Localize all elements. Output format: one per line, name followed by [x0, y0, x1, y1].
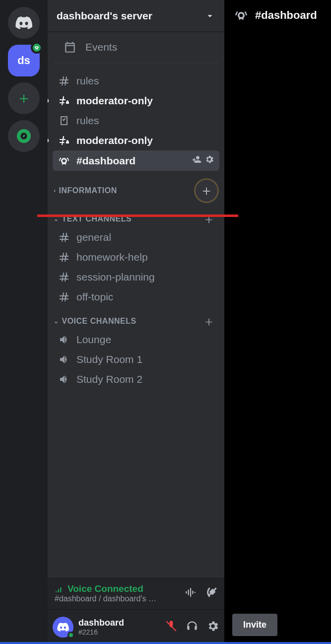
events-row[interactable]: Events [54, 32, 218, 63]
category-label: VOICE CHANNELS [62, 317, 201, 326]
channel-settings-icon[interactable] [204, 154, 214, 167]
rules-icon [58, 115, 70, 127]
voice-panel: Voice Connected #dashboard / dashboard's… [48, 578, 224, 609]
hash-icon [58, 291, 70, 303]
user-name: dashboard [78, 618, 124, 628]
channel-off-topic[interactable]: off-topic [53, 287, 219, 307]
channel-moderator-only[interactable]: moderator-only [53, 131, 219, 150]
annotation-underline [37, 215, 238, 217]
server-initials: ds [17, 54, 30, 67]
stage-icon [234, 8, 248, 22]
server-header[interactable]: dashboard's server [48, 0, 224, 32]
channel-header: #dashboard [224, 0, 331, 31]
server-ds[interactable]: ds [8, 45, 40, 76]
discord-avatar-icon [57, 623, 69, 632]
channel-name: moderator-only [76, 95, 153, 107]
channel-name: session-planning [76, 271, 155, 283]
channel-Lounge[interactable]: Lounge [53, 330, 219, 350]
channel-dashboard[interactable]: #dashboard [53, 150, 219, 171]
channel-sidebar: dashboard's server Events rulesmoderator… [48, 0, 224, 644]
channel-moderator-only[interactable]: moderator-only [53, 91, 219, 111]
channel-name: moderator-only [76, 135, 153, 146]
voice-subtext: #dashboard / dashboard's … [55, 594, 179, 603]
hash-lock-icon [58, 135, 70, 146]
events-label: Events [85, 41, 117, 53]
channel-list: rulesmoderator-onlyrulesmoderator-only#d… [48, 71, 224, 578]
home-button[interactable] [8, 7, 40, 39]
channel-title: #dashboard [255, 9, 317, 22]
user-settings-button[interactable] [206, 620, 219, 635]
channel-name: Lounge [76, 334, 111, 346]
hash-lock-icon [58, 95, 70, 107]
channel-name: rules [76, 75, 99, 87]
disconnect-button[interactable] [205, 586, 218, 601]
main-content: #dashboard Invite [224, 0, 331, 644]
channel-homework-help[interactable]: homework-help [53, 247, 219, 267]
deafen-button[interactable] [186, 620, 199, 635]
explore-servers-button[interactable] [8, 120, 40, 152]
user-info[interactable]: dashboard #2216 [78, 618, 124, 636]
speaker-icon [58, 354, 70, 365]
channel-rules[interactable]: rules [53, 111, 219, 131]
discord-logo-icon [15, 16, 32, 29]
create-channel-button[interactable]: ＋ [203, 316, 214, 327]
create-channel-button[interactable]: ＋ [196, 180, 217, 202]
category-information[interactable]: ›INFORMATION＋ [53, 171, 219, 205]
hash-icon [58, 75, 70, 87]
category-caret-icon: › [54, 187, 56, 194]
server-name: dashboard's server [57, 10, 152, 22]
channel-session-planning[interactable]: session-planning [53, 267, 219, 287]
channel-general[interactable]: general [53, 227, 219, 247]
mute-button[interactable] [165, 620, 178, 635]
invite-people-icon[interactable] [192, 154, 201, 167]
unread-indicator [48, 98, 49, 103]
channel-name: off-topic [76, 291, 113, 303]
channel-name: #dashboard [76, 155, 135, 167]
channel-name: rules [76, 115, 99, 127]
channel-Study-Room-1[interactable]: Study Room 1 [53, 350, 219, 369]
window-bottom-border [0, 642, 331, 644]
channel-name: general [76, 231, 111, 243]
category-caret-icon: ⌄ [54, 318, 59, 325]
category-voice-channels[interactable]: ⌄VOICE CHANNELS＋ [53, 307, 219, 330]
channel-rules[interactable]: rules [53, 71, 219, 91]
stage-icon [58, 155, 70, 167]
channel-Study-Room-2[interactable]: Study Room 2 [53, 369, 219, 389]
hash-icon [58, 271, 70, 283]
compass-icon [17, 129, 31, 143]
speaker-icon [58, 334, 70, 346]
user-tag: #2216 [78, 628, 124, 636]
chevron-down-icon [204, 10, 215, 21]
add-server-button[interactable]: ＋ [8, 82, 40, 114]
channel-name: Study Room 2 [76, 373, 142, 385]
user-avatar[interactable] [53, 617, 73, 638]
voice-status[interactable]: Voice Connected [55, 583, 179, 594]
hash-icon [58, 231, 70, 243]
unread-indicator [48, 138, 49, 143]
noise-suppression-button[interactable] [184, 586, 197, 601]
calendar-icon [64, 41, 76, 54]
signal-icon [55, 584, 64, 593]
hash-icon [58, 251, 70, 263]
stage-badge-icon [31, 42, 43, 54]
user-panel: dashboard #2216 [48, 609, 224, 644]
channel-name: Study Room 1 [76, 354, 142, 365]
speaker-icon [58, 373, 70, 385]
online-status-icon [67, 632, 74, 639]
category-label: INFORMATION [59, 186, 193, 195]
server-nav: ds ＋ [0, 0, 48, 644]
invite-button[interactable]: Invite [232, 614, 277, 636]
channel-name: homework-help [76, 251, 148, 263]
